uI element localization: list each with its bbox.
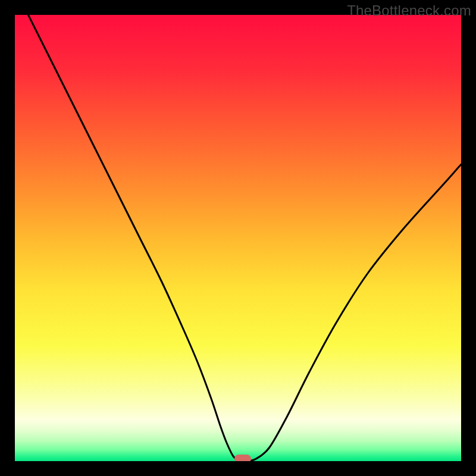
optimum-marker (234, 455, 251, 461)
plot-area (15, 15, 461, 461)
chart-frame: TheBottleneck.com (0, 0, 476, 476)
bottleneck-curve (15, 15, 461, 461)
watermark-text: TheBottleneck.com (347, 2, 471, 19)
